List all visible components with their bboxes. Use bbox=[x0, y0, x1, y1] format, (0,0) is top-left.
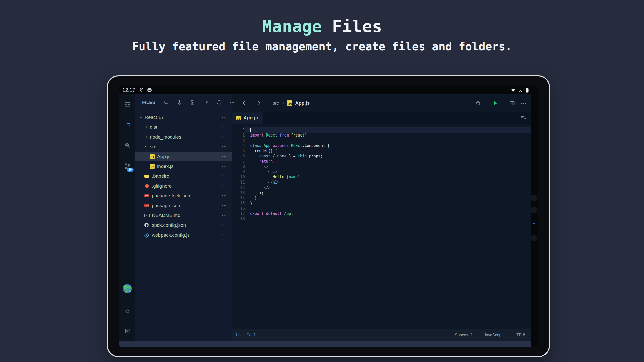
hero: Manage Files Fully featured file managem… bbox=[0, 0, 644, 53]
code-line-1[interactable]: 1 bbox=[232, 127, 531, 133]
tree-row--gitignore[interactable]: .gitignore••• bbox=[135, 181, 232, 191]
zoom-icon[interactable] bbox=[475, 100, 482, 106]
row-more-button[interactable]: ••• bbox=[222, 204, 232, 207]
sidebar-item-feedback[interactable] bbox=[124, 328, 131, 334]
tree-row-package-json[interactable]: npmpackage.json••• bbox=[135, 201, 232, 210]
code-line-11[interactable]: 11 </h1> bbox=[232, 180, 531, 185]
new-folder-icon[interactable] bbox=[203, 100, 209, 105]
npm-file-icon: npm bbox=[144, 194, 149, 197]
js-file-icon: JS bbox=[287, 100, 292, 106]
tree-row-webpack-config-js[interactable]: webpack.config.js••• bbox=[135, 230, 232, 240]
git-file-icon bbox=[144, 184, 149, 189]
js-file-icon: JS bbox=[150, 164, 155, 169]
panel-toggle-icon[interactable] bbox=[509, 100, 515, 106]
shield-icon bbox=[139, 88, 144, 92]
code-line-9[interactable]: 9 <h1> bbox=[232, 169, 531, 174]
floating-button[interactable] bbox=[531, 235, 537, 241]
floating-button[interactable] bbox=[531, 195, 537, 201]
code-line-12[interactable]: 12 </> bbox=[232, 185, 531, 190]
tree-label: App.js bbox=[157, 154, 171, 159]
breadcrumb-file[interactable]: App.js bbox=[295, 100, 310, 106]
sidebar-item-git[interactable]: 10 bbox=[124, 163, 131, 169]
gesture-bar bbox=[119, 341, 531, 347]
code-line-4[interactable]: 4class App extends React.Component { bbox=[232, 143, 531, 148]
language-mode[interactable]: JavaScript bbox=[484, 333, 503, 337]
page-title-rest: Files bbox=[322, 17, 382, 36]
tree-row-package-lock-json[interactable]: npmpackage-lock.json••• bbox=[135, 191, 232, 201]
new-file-icon[interactable] bbox=[190, 100, 195, 105]
row-more-button[interactable]: ••• bbox=[222, 194, 232, 198]
files-panel-title: FILES bbox=[142, 100, 155, 105]
row-more-button[interactable]: ••• bbox=[222, 174, 232, 178]
tree-row-dist[interactable]: dist••• bbox=[135, 122, 232, 132]
doc-check-icon bbox=[124, 328, 131, 334]
sidebar-item-labs[interactable] bbox=[124, 307, 131, 314]
floating-indicator bbox=[533, 223, 535, 224]
more-icon[interactable]: ••• bbox=[230, 100, 235, 105]
indent-setting[interactable]: Spaces: 2 bbox=[455, 333, 473, 337]
row-more-button[interactable]: ••• bbox=[222, 223, 232, 227]
line-number: 1 bbox=[232, 127, 245, 133]
code-line-5[interactable]: 5 render() { bbox=[232, 148, 531, 154]
code-line-2[interactable]: 2import React from "react"; bbox=[232, 133, 531, 138]
code-line-6[interactable]: 6 const { name } = this.props; bbox=[232, 154, 531, 159]
refresh-icon[interactable] bbox=[217, 100, 222, 105]
row-more-button[interactable]: ••• bbox=[222, 145, 232, 149]
search-icon[interactable] bbox=[163, 100, 169, 105]
code-line-15[interactable]: 15} bbox=[232, 201, 531, 206]
line-number: 8 bbox=[232, 164, 245, 169]
floating-button[interactable] bbox=[531, 207, 537, 213]
back-arrow-icon[interactable] bbox=[242, 100, 248, 106]
code-line-7[interactable]: 7 return ( bbox=[232, 159, 531, 164]
tree-row-index-js[interactable]: JSindex.js••• bbox=[135, 161, 232, 171]
code-line-17[interactable]: 17export default App; bbox=[232, 211, 531, 216]
line-number: 5 bbox=[232, 148, 245, 154]
tree-row-react-17[interactable]: React 17••• bbox=[135, 112, 232, 122]
row-more-button[interactable]: ••• bbox=[222, 213, 232, 217]
code-line-14[interactable]: 14 } bbox=[232, 195, 531, 201]
tree-row-node-modules[interactable]: node_modules••• bbox=[135, 132, 232, 142]
cursor-position[interactable]: Ln 1, Col 1 bbox=[236, 333, 256, 337]
sidebar-item-inbox[interactable] bbox=[124, 101, 131, 108]
tree-row--babelrc[interactable]: .babelrc••• bbox=[135, 171, 232, 181]
tree-row-src[interactable]: src••• bbox=[135, 142, 232, 152]
code-line-8[interactable]: 8 <> bbox=[232, 164, 531, 169]
row-more-button[interactable]: ••• bbox=[222, 125, 232, 129]
location-pin-icon[interactable] bbox=[177, 100, 182, 105]
code-line-3[interactable]: 3 bbox=[232, 138, 531, 143]
chevron-right-icon bbox=[144, 125, 150, 129]
run-icon[interactable] bbox=[492, 100, 499, 106]
code-line-10[interactable]: 10 Hello {name} bbox=[232, 174, 531, 180]
sidebar-item-account[interactable] bbox=[123, 284, 132, 293]
tab-appjs[interactable]: JS App.js bbox=[232, 112, 263, 124]
tree-row-spck-config-json[interactable]: spck.config.json••• bbox=[135, 220, 232, 230]
code-line-16[interactable]: 16 bbox=[232, 206, 531, 211]
sidebar-item-files[interactable] bbox=[124, 122, 131, 128]
row-more-button[interactable]: ••• bbox=[222, 164, 232, 168]
row-more-button[interactable]: ••• bbox=[222, 233, 232, 237]
sidebar-item-search[interactable] bbox=[124, 142, 131, 149]
row-more-button[interactable]: ••• bbox=[222, 155, 232, 158]
tree-row-app-js[interactable]: JSApp.js••• bbox=[135, 152, 232, 161]
tree-label: index.js bbox=[157, 164, 173, 169]
code-line-18[interactable]: 18 bbox=[232, 216, 531, 222]
folder-icon bbox=[124, 122, 131, 128]
breadcrumb-folder[interactable]: src bbox=[273, 100, 279, 106]
row-more-button[interactable]: ••• bbox=[222, 115, 232, 119]
line-number: 7 bbox=[232, 159, 245, 164]
line-number: 2 bbox=[232, 133, 245, 138]
forward-arrow-icon[interactable] bbox=[255, 100, 262, 106]
encoding[interactable]: UTF-8 bbox=[514, 333, 525, 337]
js-file-icon: JS bbox=[236, 116, 241, 120]
sort-lines-icon[interactable] bbox=[520, 115, 531, 121]
code-line-13[interactable]: 13 ); bbox=[232, 190, 531, 196]
tab-bar: JS App.js bbox=[232, 112, 531, 124]
more-icon[interactable]: ••• bbox=[520, 100, 527, 106]
tree-row-readme-md[interactable]: M↓README.md••• bbox=[135, 210, 232, 220]
row-more-button[interactable]: ••• bbox=[222, 135, 232, 139]
row-more-button[interactable]: ••• bbox=[222, 184, 232, 188]
tree-label: React 17 bbox=[145, 115, 164, 120]
tree-label: .gitignore bbox=[152, 183, 172, 189]
code-editor[interactable]: 12import React from "react";34class App … bbox=[232, 124, 531, 329]
git-changes-badge: 10 bbox=[127, 168, 133, 172]
